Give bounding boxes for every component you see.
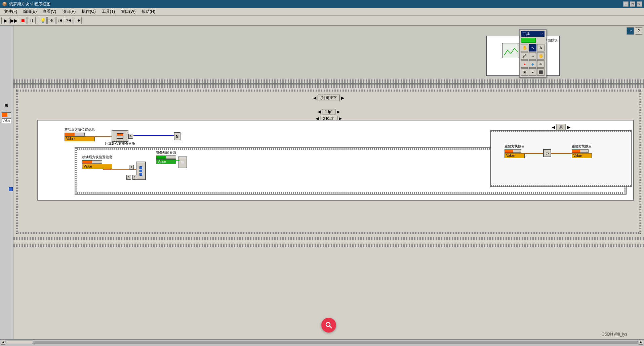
scroll-right-btn[interactable]: ▶	[639, 340, 643, 345]
node5-indicator	[505, 149, 521, 153]
menu-edit[interactable]: 编辑(E)	[21, 8, 39, 15]
svg-line-1	[330, 326, 332, 328]
const-1a: 1	[129, 165, 134, 170]
menubar: 文件(F) 编辑(E) 查看(V) 项目(P) 操作(O) 工具(T) 窗口(W…	[0, 8, 644, 15]
tool-scroll[interactable]: ✒	[529, 68, 536, 76]
node4-indicator	[156, 155, 176, 159]
menu-help[interactable]: 帮助(H)	[139, 8, 158, 15]
titlebar: 📦 俄罗斯方块.vi 程序框图 － □ ×	[0, 0, 644, 8]
canvas-area[interactable]: 界面数块 123 ◀ [1] 键按下 ▶	[13, 26, 644, 339]
true-case-border: 重叠方块数目 Value ▷ 重叠方块数目 Value	[490, 130, 632, 187]
node5-label: 重叠方块数目	[505, 144, 525, 149]
tool-tab-order[interactable]: ▣	[521, 68, 528, 76]
menu-tools[interactable]: 工具(T)	[99, 8, 118, 15]
node4-value: Value	[156, 159, 176, 164]
const-0: 0	[128, 134, 133, 139]
bundle-port1	[139, 166, 142, 169]
node4-container: 堆叠后的界面 Value	[156, 150, 176, 164]
node6-container: 重叠方块数目 Value	[572, 144, 592, 158]
menu-view[interactable]: 查看(V)	[40, 8, 59, 15]
menu-file[interactable]: 文件(F)	[1, 8, 20, 15]
retain-button[interactable]: ⚙	[47, 17, 55, 24]
tool-connect[interactable]: ↔	[529, 52, 536, 60]
tools-active-indicator	[521, 38, 536, 43]
chart-svg	[502, 43, 519, 59]
tools-palette: 工具 × ✋ ↖ A 🖊 ↔ 🖐 ● ◆ ✏ ▣ ✒ ⬛	[519, 29, 547, 78]
lv-logo-button[interactable]: LV	[627, 27, 634, 35]
tools-close-btn[interactable]: ×	[541, 31, 543, 36]
scrollbar-bottom[interactable]: ◀ ▶	[0, 339, 644, 345]
node3-label: 移动后方块位置信息	[82, 155, 112, 160]
menu-operate[interactable]: 操作(O)	[79, 8, 98, 15]
bundle-port3	[139, 173, 142, 176]
restore-button[interactable]: □	[630, 1, 635, 7]
minimize-button[interactable]: －	[623, 1, 629, 7]
node3-container: 移动后方块位置信息 Value	[82, 155, 112, 169]
tool-color[interactable]: ◆	[529, 60, 536, 68]
step-over-button[interactable]: ↷⏺	[65, 17, 73, 24]
wire-node1-compute	[85, 136, 112, 137]
true-case-container: ◀ 真 ▶ 重叠方块数目 Value ▷	[490, 124, 632, 191]
titlebar-left: 📦 俄罗斯方块.vi 程序框图	[2, 1, 50, 7]
toolbar-separator-1	[37, 17, 37, 24]
node1-indicator	[65, 133, 85, 136]
tool-color-copy[interactable]: ●	[521, 60, 528, 68]
tools-title-text: 工具	[522, 31, 530, 36]
highlight-button[interactable]: 💡	[39, 17, 47, 24]
tool-text[interactable]: A	[537, 44, 545, 51]
svg-point-0	[326, 322, 330, 326]
scroll-left-btn[interactable]: ◀	[1, 340, 5, 345]
bundle-port2	[139, 170, 142, 172]
stop-button[interactable]: ⏹	[19, 17, 27, 24]
node3-indicator	[82, 160, 102, 164]
menu-project[interactable]: 项目(P)	[59, 8, 78, 15]
search-icon	[325, 321, 332, 329]
true-arrow-left[interactable]: ◀	[552, 125, 555, 130]
help-button[interactable]: ?	[635, 27, 642, 35]
pause-button[interactable]: ⏸	[28, 17, 36, 24]
true-arrow-right[interactable]: ▶	[567, 125, 570, 130]
subloop-left-hatch	[75, 148, 77, 194]
tool-pointer[interactable]: ✋	[521, 44, 528, 51]
tool-wire[interactable]: 🖊	[521, 52, 528, 60]
node1-value: Value	[65, 136, 95, 141]
tool-arrow[interactable]: ↖	[529, 44, 536, 51]
bottom-loop-border	[13, 237, 644, 240]
menu-window[interactable]: 窗口(W)	[118, 8, 138, 15]
scrollbar-track[interactable]	[6, 341, 638, 344]
index-node: ⬜	[178, 157, 187, 168]
tool-probe[interactable]: ⬛	[537, 68, 545, 76]
tool-hand[interactable]: 🖐	[537, 52, 545, 60]
wire-blue-1	[133, 135, 174, 136]
titlebar-right: － □ ×	[623, 1, 642, 7]
wire-node5-add	[522, 153, 543, 154]
scrollbar-thumb[interactable]	[6, 341, 33, 344]
tool-pencil[interactable]: ✏	[537, 60, 545, 68]
run-button[interactable]: ▶	[1, 17, 9, 24]
toolbar: ▶ ▶▶ ⏹ ⏸ 💡 ⚙ ↓⏺ ↷⏺ ↑⏺	[0, 15, 644, 26]
subloop-bottom-hatch	[75, 192, 626, 194]
node1-label: 移动后方块位置信息	[65, 127, 95, 132]
search-button[interactable]	[321, 318, 336, 333]
compute-node	[112, 130, 128, 142]
node6-label: 重叠方块数目	[572, 144, 592, 149]
fp-chart	[502, 43, 519, 58]
add-node: ▷	[543, 149, 551, 157]
tools-title: 工具 ×	[521, 31, 545, 37]
top-hatched-border	[13, 79, 644, 83]
run-continuously-button[interactable]: ▶▶	[10, 17, 18, 24]
const-0b: 0	[126, 175, 131, 180]
step-into-button[interactable]: ↓⏺	[56, 17, 64, 24]
case-right-hatch	[639, 91, 641, 233]
tools-grid: ✋ ↖ A 🖊 ↔ 🖐 ● ◆ ✏ ▣ ✒ ⬛	[521, 44, 545, 76]
true-top-hatch	[491, 131, 631, 132]
n-terminal: N	[174, 132, 180, 140]
bottom-loop-border2	[13, 244, 644, 247]
compute-label: 计算是否有重叠方块	[105, 141, 135, 146]
step-out-button[interactable]: ↑⏺	[74, 17, 82, 24]
bundle-node	[136, 162, 146, 180]
toolbar-separator-2	[83, 17, 83, 24]
close-button[interactable]: ×	[637, 1, 642, 7]
outer-loop-top	[13, 84, 644, 88]
wire-add-node6	[551, 153, 572, 154]
